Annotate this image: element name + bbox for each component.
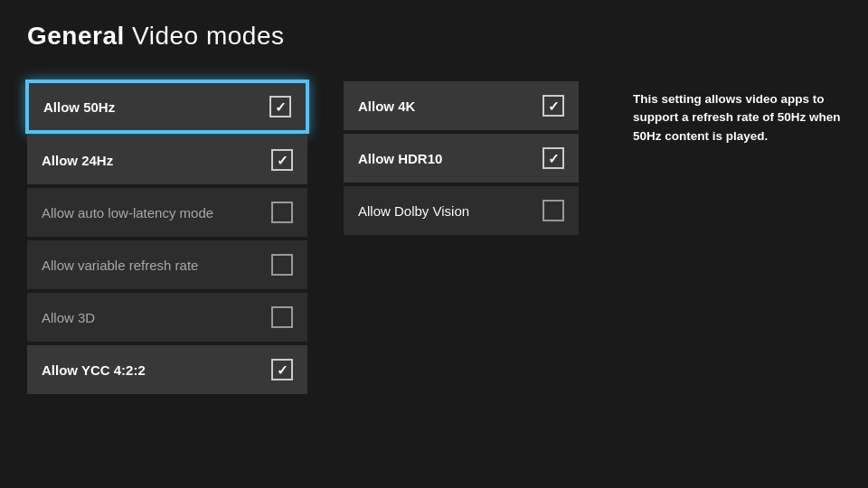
page-title: General Video modes — [27, 22, 285, 51]
title-section: Video modes — [132, 22, 284, 50]
setting-row-allow-ycc[interactable]: Allow YCC 4:2:2 — [27, 345, 307, 394]
checkbox-allow-4k[interactable] — [542, 95, 564, 117]
checkbox-allow-50hz[interactable] — [269, 96, 291, 117]
checkbox-allow-variable-refresh[interactable] — [271, 254, 293, 276]
setting-row-allow-variable-refresh[interactable]: Allow variable refresh rate — [27, 240, 307, 289]
setting-row-allow-dolby-vision[interactable]: Allow Dolby Vision — [344, 186, 579, 235]
setting-row-allow-50hz[interactable]: Allow 50Hz — [27, 81, 307, 132]
content-area: Allow 50HzAllow 24HzAllow auto low-laten… — [27, 81, 841, 461]
setting-row-allow-auto-low-latency[interactable]: Allow auto low-latency mode — [27, 188, 307, 237]
right-column: Allow 4KAllow HDR10Allow Dolby Vision — [344, 81, 579, 461]
title-general: General — [27, 22, 125, 50]
setting-label-allow-hdr10: Allow HDR10 — [358, 151, 442, 166]
description-panel: This setting allows video apps to suppor… — [615, 81, 841, 461]
setting-row-allow-hdr10[interactable]: Allow HDR10 — [344, 134, 579, 183]
setting-label-allow-dolby-vision: Allow Dolby Vision — [358, 203, 469, 219]
setting-row-allow-24hz[interactable]: Allow 24Hz — [27, 136, 307, 184]
setting-row-allow-3d[interactable]: Allow 3D — [27, 293, 307, 342]
setting-label-allow-24hz: Allow 24Hz — [42, 153, 113, 168]
checkbox-allow-hdr10[interactable] — [542, 147, 564, 169]
description-text: This setting allows video apps to suppor… — [633, 90, 841, 145]
setting-label-allow-3d: Allow 3D — [42, 310, 95, 325]
setting-label-allow-4k: Allow 4K — [358, 99, 415, 114]
checkbox-allow-dolby-vision[interactable] — [542, 200, 564, 221]
left-column: Allow 50HzAllow 24HzAllow auto low-laten… — [27, 81, 307, 461]
checkbox-allow-3d[interactable] — [271, 306, 293, 328]
setting-row-allow-4k[interactable]: Allow 4K — [344, 81, 579, 130]
setting-label-allow-ycc: Allow YCC 4:2:2 — [42, 362, 146, 378]
checkbox-allow-24hz[interactable] — [271, 149, 293, 171]
setting-label-allow-50hz: Allow 50Hz — [43, 99, 115, 115]
setting-label-allow-variable-refresh: Allow variable refresh rate — [42, 258, 198, 273]
checkbox-allow-auto-low-latency[interactable] — [271, 202, 293, 223]
setting-label-allow-auto-low-latency: Allow auto low-latency mode — [42, 205, 213, 221]
checkbox-allow-ycc[interactable] — [271, 359, 293, 380]
